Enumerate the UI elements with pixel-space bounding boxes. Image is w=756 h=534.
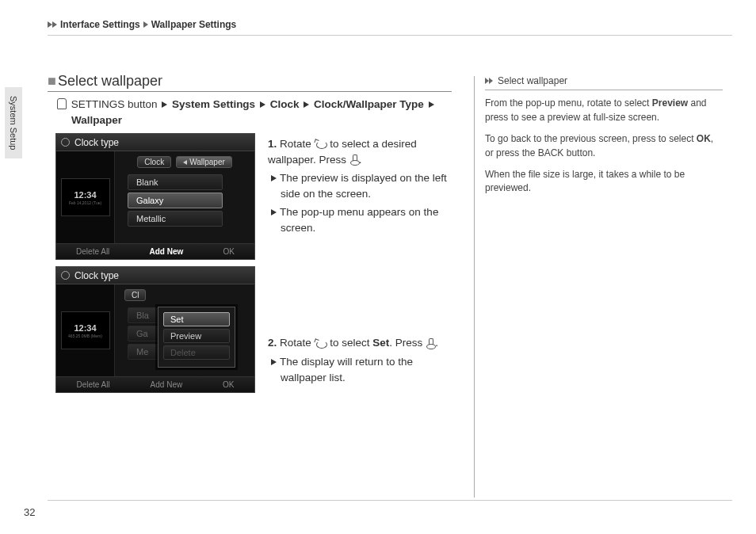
page-number: 32: [24, 506, 35, 518]
triangle-icon: [271, 209, 277, 216]
breadcrumb: Interface Settings Wallpaper Settings: [48, 19, 236, 30]
step-1: 1. Rotate to select a desired wallpaper.…: [268, 136, 452, 235]
popup-option-preview[interactable]: Preview: [163, 329, 230, 343]
step-text: Rotate: [280, 138, 315, 150]
preview-clock-time: 12:34: [74, 323, 96, 333]
square-bullet-icon: ■: [48, 73, 56, 90]
press-knob-icon: [426, 338, 435, 349]
step-sub-text: The pop-up menu appears on the screen.: [280, 206, 438, 234]
nav-path-text: SETTINGS button: [71, 98, 158, 110]
footer-delete-all[interactable]: Delete All: [76, 247, 109, 256]
step-text: . Press: [389, 337, 426, 349]
note-bold: OK: [697, 133, 711, 144]
nav-path-step: System Settings: [172, 98, 255, 110]
triangle-icon: [162, 101, 167, 108]
footer-add-new: Add New: [151, 380, 183, 389]
step-sub-text: The preview is displayed on the left sid…: [280, 172, 447, 200]
preview-clock-date: 465.25.0MB (Mem): [68, 334, 102, 338]
side-note-paragraph: To go back to the previous screen, press…: [485, 132, 723, 160]
nav-path-step: Clock/Wallpaper Type: [314, 98, 424, 110]
screen-footer: Delete All Add New OK: [56, 376, 254, 392]
option-metallic[interactable]: Metallic: [128, 211, 223, 227]
gear-icon: [61, 138, 70, 147]
option-galaxy[interactable]: Galaxy: [128, 193, 223, 208]
screenshot-wallpaper-list: Clock type 12:34 Feb 14,2012 (Tue) Clock…: [55, 133, 255, 260]
tab-label: Wallpaper: [189, 158, 225, 166]
tab-wallpaper[interactable]: Wallpaper: [176, 156, 232, 168]
side-notes-column: Select wallpaper From the pop-up menu, r…: [485, 74, 723, 204]
screen-titlebar: Clock type: [56, 267, 254, 284]
footer-ok[interactable]: OK: [223, 247, 234, 256]
option-blank[interactable]: Blank: [128, 174, 223, 190]
step-text: Rotate: [280, 337, 315, 349]
screen-title: Clock type: [74, 137, 119, 148]
popup-option-delete: Delete: [163, 345, 230, 360]
tab-clock-partial[interactable]: Cl: [124, 289, 146, 301]
step-sub-text: The display will return to the wallpaper…: [280, 356, 413, 383]
triangle-icon: [429, 101, 434, 108]
breadcrumb-item: Wallpaper Settings: [151, 19, 237, 30]
section-title: Select wallpaper: [58, 73, 162, 90]
tab-row: Cl: [115, 289, 254, 301]
triangle-icon: [271, 359, 277, 365]
step-number: 1.: [268, 138, 277, 150]
triangle-icon: [304, 101, 309, 108]
step-2: 2. Rotate to select Set. Press . The dis…: [268, 335, 452, 385]
screen-title: Clock type: [74, 270, 119, 281]
preview-pane: 12:34 Feb 14,2012 (Tue): [56, 151, 115, 243]
screen-titlebar: Clock type: [56, 134, 254, 151]
divider: [48, 500, 732, 501]
wallpaper-preview: 12:34 465.25.0MB (Mem): [61, 311, 110, 349]
nav-path-step: Clock: [270, 98, 300, 110]
side-note-paragraph: From the pop-up menu, rotate to select P…: [485, 97, 723, 124]
triangle-icon: [260, 101, 265, 108]
step-sub: The preview is displayed on the left sid…: [268, 170, 452, 201]
instruction-steps: 1. Rotate to select a desired wallpaper.…: [268, 136, 452, 410]
footer-add-new[interactable]: Add New: [150, 247, 184, 256]
wallpaper-option-list: Blank Galaxy Metallic: [115, 174, 254, 227]
preview-clock-date: Feb 14,2012 (Tue): [69, 200, 101, 205]
note-text: From the pop-up menu, rotate to select: [485, 97, 652, 109]
section-heading: ■ Select wallpaper: [48, 73, 452, 92]
vertical-divider: [474, 76, 475, 498]
preview-pane: 12:34 465.25.0MB (Mem): [56, 284, 115, 376]
nav-path: SETTINGS button System Settings Clock Cl…: [57, 97, 452, 129]
tab-clock[interactable]: Clock: [137, 156, 171, 168]
screenshot-popup-menu: Clock type 12:34 465.25.0MB (Mem) Cl Bla…: [55, 266, 255, 393]
gear-icon: [61, 271, 70, 280]
side-notes-heading: Select wallpaper: [485, 74, 723, 90]
rotate-dial-icon: [315, 339, 327, 349]
triangle-icon: [143, 21, 148, 28]
popup-menu: Set Preview Delete: [158, 307, 235, 368]
tab-row: Clock Wallpaper: [115, 156, 254, 168]
step-bold: Set: [372, 337, 389, 349]
step-text: to select: [327, 337, 373, 349]
preview-clock-time: 12:34: [74, 190, 96, 200]
settings-button-icon: [57, 98, 67, 109]
arrow-left-icon: [183, 160, 187, 165]
note-text: To go back to the previous screen, press…: [485, 133, 697, 144]
divider: [48, 35, 732, 36]
wallpaper-preview: 12:34 Feb 14,2012 (Tue): [61, 178, 110, 216]
rotate-dial-icon: [315, 139, 327, 149]
footer-ok: OK: [223, 380, 234, 389]
side-notes-title: Select wallpaper: [498, 74, 567, 88]
side-tab-system-setup: System Setup: [5, 87, 22, 158]
popup-option-set[interactable]: Set: [163, 312, 230, 326]
step-number: 2.: [268, 337, 277, 349]
triangle-icon: [52, 21, 57, 28]
breadcrumb-item: Interface Settings: [60, 19, 140, 30]
triangle-icon: [271, 175, 277, 181]
footer-delete-all: Delete All: [76, 380, 109, 389]
note-bold: Preview: [652, 97, 688, 109]
nav-path-step: Wallpaper: [71, 114, 122, 126]
step-sub: The display will return to the wallpaper…: [268, 354, 452, 385]
double-chevron-icon: [485, 78, 494, 86]
screen-footer: Delete All Add New OK: [56, 243, 254, 259]
step-sub: The pop-up menu appears on the screen.: [268, 204, 452, 235]
side-note-paragraph: When the file size is large, it takes a …: [485, 168, 723, 196]
press-knob-icon: [349, 154, 359, 166]
